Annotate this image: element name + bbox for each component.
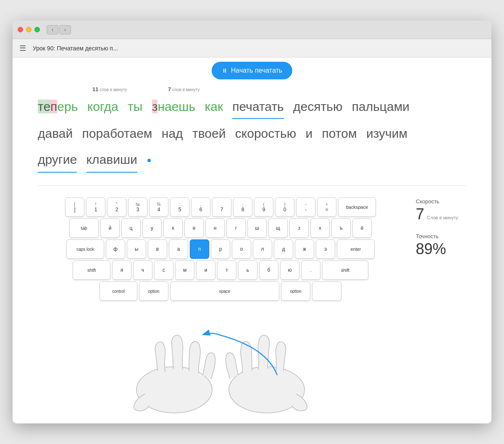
- keyboard: [] !1 "2 №3 %4 :5 ,6 .7 ;8 (9 )0 -- += b…: [61, 194, 380, 306]
- key-7[interactable]: .7: [212, 197, 231, 217]
- key-bracket[interactable]: []: [65, 197, 84, 217]
- back-button[interactable]: ‹: [47, 25, 58, 34]
- word-скоростью: скоростью: [235, 122, 296, 145]
- key-6[interactable]: ,6: [191, 197, 210, 217]
- word-изучим: изучим: [366, 122, 407, 145]
- key-shift-right[interactable]: shift: [322, 260, 368, 280]
- key-ч[interactable]: ч: [133, 260, 152, 280]
- word-ты: ты: [128, 95, 142, 118]
- key-ц[interactable]: ц: [121, 218, 141, 238]
- key-н[interactable]: н: [205, 218, 225, 238]
- word-десятью: десятью: [293, 95, 342, 118]
- tab-bar: ☰ Урок 90: Печатаем десятью п...: [13, 39, 491, 58]
- word-поработаем: поработаем: [82, 122, 152, 145]
- key-5[interactable]: :5: [170, 197, 189, 217]
- key-й[interactable]: й: [100, 218, 120, 238]
- separator: [38, 185, 466, 186]
- key-х[interactable]: х: [310, 218, 330, 238]
- stats-section: Скорость 7 Слов в минуту Точность 89%: [416, 194, 466, 415]
- key-в[interactable]: в: [148, 239, 167, 259]
- key-ы[interactable]: ы: [127, 239, 146, 259]
- key-minus[interactable]: --: [296, 197, 315, 217]
- close-button[interactable]: [18, 27, 23, 32]
- key-shift-left[interactable]: shift: [73, 260, 110, 280]
- key-и[interactable]: и: [196, 260, 215, 280]
- key-4[interactable]: %4: [149, 197, 168, 217]
- word-твоей: твоей: [192, 122, 226, 145]
- key-э[interactable]: э: [316, 239, 335, 259]
- main-content: Начать печатать 11 слов в минуту 7 слов …: [13, 58, 491, 423]
- traffic-lights: [18, 27, 40, 32]
- key-ж[interactable]: ж: [295, 239, 314, 259]
- accuracy-value: 89%: [416, 240, 466, 258]
- key-dot[interactable]: .: [301, 260, 320, 280]
- key-г[interactable]: г: [226, 218, 246, 238]
- key-enter[interactable]: enter: [337, 239, 375, 259]
- titlebar: ‹ ›: [13, 21, 491, 39]
- key-backspace[interactable]: backspace: [338, 197, 376, 217]
- key-з[interactable]: з: [289, 218, 309, 238]
- key-tab[interactable]: tab: [69, 218, 99, 238]
- key-ю[interactable]: ю: [280, 260, 299, 280]
- word-клавиши: клавиши: [87, 148, 137, 173]
- word-когда: когда: [87, 95, 118, 118]
- left-hand: [134, 335, 215, 413]
- keyboard-row-2: tab й ц у к е н г ш щ з х ъ ё: [64, 218, 377, 238]
- key-equals[interactable]: +=: [317, 197, 336, 217]
- speed-value: 7: [416, 205, 424, 223]
- key-о[interactable]: о: [232, 239, 251, 259]
- word-как: как: [205, 95, 223, 118]
- word-давай: давай: [38, 122, 73, 145]
- hands-illustration: [61, 297, 380, 415]
- key-п[interactable]: п: [190, 239, 209, 259]
- key-к[interactable]: к: [163, 218, 183, 238]
- key-1[interactable]: !1: [86, 197, 105, 217]
- key-с[interactable]: с: [154, 260, 173, 280]
- key-8[interactable]: ;8: [233, 197, 252, 217]
- key-3[interactable]: №3: [128, 197, 147, 217]
- keyboard-stats-section: [] !1 "2 №3 %4 :5 ,6 .7 ;8 (9 )0 -- += b…: [38, 194, 466, 415]
- right-hand: [226, 335, 307, 413]
- word-над: над: [162, 122, 183, 145]
- word-пальцами: пальцами: [352, 95, 410, 118]
- keyboard-row-1: [] !1 "2 №3 %4 :5 ,6 .7 ;8 (9 )0 -- += b…: [64, 197, 377, 217]
- word-теперь: теперь: [38, 95, 78, 118]
- key-б[interactable]: б: [259, 260, 278, 280]
- key-р[interactable]: р: [211, 239, 230, 259]
- key-а[interactable]: а: [169, 239, 188, 259]
- key-ъ[interactable]: ъ: [331, 218, 351, 238]
- key-ф[interactable]: ф: [106, 239, 125, 259]
- speed-stat: Скорость 7 Слов в минуту: [416, 198, 466, 223]
- key-ь[interactable]: ь: [238, 260, 257, 280]
- key-е[interactable]: е: [184, 218, 204, 238]
- speed-badge-7: 7 слов в минуту: [168, 86, 200, 92]
- keyboard-row-4: shift я ч с м и т ь б ю . shift: [64, 260, 377, 280]
- key-у[interactable]: у: [142, 218, 162, 238]
- word-и: и: [305, 122, 312, 145]
- key-т[interactable]: т: [217, 260, 236, 280]
- maximize-button[interactable]: [34, 27, 40, 32]
- key-9[interactable]: (9: [254, 197, 273, 217]
- forward-button[interactable]: ›: [59, 25, 71, 34]
- word-другие: другие: [38, 148, 77, 173]
- key-я[interactable]: я: [112, 260, 131, 280]
- key-щ[interactable]: щ: [268, 218, 288, 238]
- key-ш[interactable]: ш: [247, 218, 267, 238]
- key-д[interactable]: д: [274, 239, 293, 259]
- text-display: 11 слов в минуту 7 слов в минуту теперь …: [38, 95, 466, 173]
- start-button[interactable]: Начать печатать: [212, 62, 292, 79]
- hands-svg: [61, 297, 380, 415]
- key-ё[interactable]: ё: [352, 218, 372, 238]
- key-0[interactable]: )0: [275, 197, 294, 217]
- speed-badge-11: 11 слов в минуту: [92, 86, 127, 92]
- key-2[interactable]: "2: [107, 197, 126, 217]
- key-л[interactable]: л: [253, 239, 272, 259]
- keyboard-row-3: caps lock ф ы в а п р о л д ж э enter: [64, 239, 377, 259]
- speed-value-container: 7 Слов в минуту: [416, 205, 466, 223]
- speed-unit: Слов в минуту: [427, 215, 458, 220]
- minimize-button[interactable]: [26, 27, 32, 32]
- key-capslock[interactable]: caps lock: [66, 239, 104, 259]
- menu-icon[interactable]: ☰: [19, 44, 26, 53]
- word-печатать: печатать: [232, 95, 284, 119]
- key-м[interactable]: м: [175, 260, 194, 280]
